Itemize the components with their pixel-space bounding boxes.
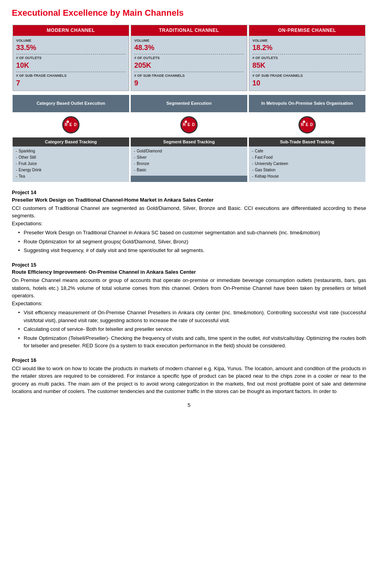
project-body: CCI would like to work on how to locate … (12, 365, 366, 395)
channel-header-modern: MODERN CHANNEL (13, 25, 129, 36)
project-section-project16: Project 16CCI would like to work on how … (12, 357, 366, 395)
bullet-item: Route Optimization for all segment group… (18, 238, 366, 246)
channel-card-modern: MODERN CHANNEL VOLUME 33.5% # of OUTLETS… (13, 25, 129, 91)
tracking-item: Fast Food (252, 154, 362, 161)
channel-header-on-premise: ON-PREMISE CHANNEL (249, 25, 365, 36)
channel-card-on-premise: ON-PREMISE CHANNEL VOLUME 18.2% # of OUT… (249, 25, 365, 91)
project-body: On Premise Channel means accounts or gro… (12, 276, 366, 300)
red-logo-on-premise: R E D (249, 114, 365, 136)
outlets-value: 85K (252, 61, 362, 70)
sub-trade-value: 9 (134, 78, 244, 88)
red-logo-modern: R E D (13, 114, 129, 136)
projects-container: Project 14Preseller Work Design on Tradi… (12, 189, 366, 395)
channel-header-traditional: TRADITIONAL CHANNEL (131, 25, 247, 36)
tracking-header-modern: Category Based Tracking (13, 137, 129, 147)
expectations-label: Expectations: (12, 220, 366, 228)
red-logo-traditional: R E D (131, 114, 247, 136)
tracking-box-on-premise: Sub-Trade Based TrackingCafeFast FoodUni… (249, 137, 365, 182)
page-title: Executional Excellence by Main Channels (12, 7, 366, 19)
volume-value: 33.5% (16, 43, 126, 53)
tracking-item: University Canteen (252, 161, 362, 167)
page-number: 5 (12, 402, 366, 409)
tracking-header-on-premise: Sub-Trade Based Tracking (249, 137, 365, 147)
project-title: Project 14Preseller Work Design on Tradi… (12, 189, 366, 203)
exec-row: Category Based Outlet ExecutionSegmented… (12, 95, 366, 112)
tracking-item: Kebap House (252, 173, 362, 180)
bullet-list: Visit efficiency measurement of On-Premi… (12, 309, 366, 350)
tracking-header-traditional: Segment Based Tracking (131, 137, 247, 147)
bullet-item: Suggesting visit frequency, # of daily v… (18, 247, 366, 254)
red-logo-icon: R E D (62, 116, 80, 134)
bullet-item: Calculating cost of service- Both for te… (18, 325, 366, 333)
bullet-item: Preseller Work Design on Traditional Cha… (18, 229, 366, 237)
channels-row: MODERN CHANNEL VOLUME 33.5% # of OUTLETS… (12, 25, 366, 91)
project-title: Project 16 (12, 357, 366, 364)
volume-label: VOLUME (252, 38, 362, 43)
bullet-item: Visit efficiency measurement of On-Premi… (18, 309, 366, 324)
bullet-item: Route Optimization (Telsell/Preseller)- … (18, 334, 366, 350)
outlets-value: 205K (134, 61, 244, 70)
sub-trade-label: # of SUB-TRADE CHANNELS (16, 73, 126, 78)
exec-box-on-premise: In Metropols On-Premise Sales Organisati… (249, 95, 365, 112)
red-logo-row: R E DR E DR E D (12, 114, 366, 136)
tracking-item: Fruit Juice (16, 161, 126, 167)
sub-trade-value: 10 (252, 78, 362, 88)
bullet-list: Preseller Work Design on Traditional Cha… (12, 229, 366, 254)
outlets-value: 10K (16, 61, 126, 70)
expectations-label: Expectations: (12, 300, 366, 308)
tracking-item: Gas Station (252, 167, 362, 173)
volume-value: 18.2% (252, 43, 362, 53)
project-section-project15: Project 15Route Efficiency Improvement- … (12, 262, 366, 350)
project-title: Project 15Route Efficiency Improvement- … (12, 262, 366, 276)
exec-box-traditional: Segmented Execution (131, 95, 247, 112)
tracking-item: Other Still (16, 154, 126, 161)
project-body: CCI customers of Traditional Channel are… (12, 204, 366, 220)
red-logo-icon: R E D (298, 116, 316, 134)
outlets-label: # of OUTLETS (252, 56, 362, 61)
volume-label: VOLUME (16, 38, 126, 43)
tracking-item: Tea (16, 173, 126, 180)
channel-card-traditional: TRADITIONAL CHANNEL VOLUME 48.3% # of OU… (131, 25, 247, 91)
sub-trade-value: 7 (16, 78, 126, 88)
tracking-item: Bronze (134, 161, 244, 167)
tracking-item: Cafe (252, 148, 362, 154)
tracking-box-modern: Category Based TrackingSparklingOther St… (13, 137, 129, 182)
volume-label: VOLUME (134, 38, 244, 43)
outlets-label: # of OUTLETS (134, 56, 244, 61)
tracking-item: Gold/Diamond (134, 148, 244, 154)
tracking-row: Category Based TrackingSparklingOther St… (12, 137, 366, 182)
tracking-item: Silver (134, 154, 244, 161)
tracking-item: Energy Drink (16, 167, 126, 173)
tracking-item: Sparkling (16, 148, 126, 154)
outlets-label: # of OUTLETS (16, 56, 126, 61)
tracking-item: Basic (134, 167, 244, 173)
tracking-box-traditional: Segment Based TrackingGold/DiamondSilver… (131, 137, 247, 182)
exec-box-modern: Category Based Outlet Execution (13, 95, 129, 112)
red-logo-icon: R E D (180, 116, 198, 134)
sub-trade-label: # of SUB-TRADE CHANNELS (134, 73, 244, 78)
project-section-project14: Project 14Preseller Work Design on Tradi… (12, 189, 366, 254)
volume-value: 48.3% (134, 43, 244, 53)
page-container: Executional Excellence by Main Channels … (0, 0, 378, 421)
sub-trade-label: # of SUB-TRADE CHANNELS (252, 73, 362, 78)
